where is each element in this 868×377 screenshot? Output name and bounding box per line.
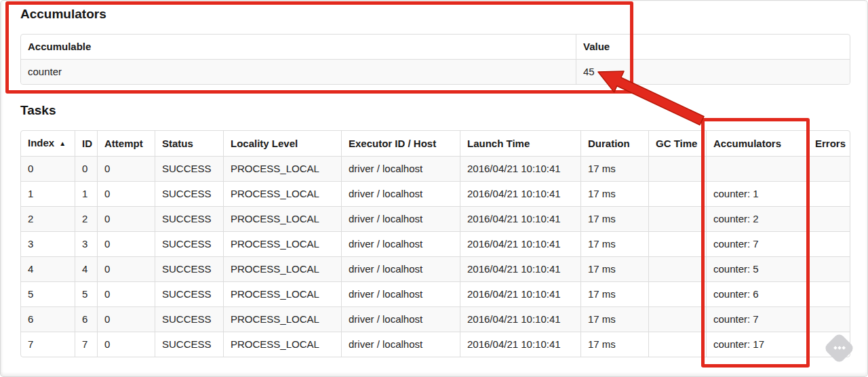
table-cell: PROCESS_LOCAL bbox=[223, 281, 341, 306]
table-cell: SUCCESS bbox=[155, 306, 223, 332]
table-cell: driver / localhost bbox=[341, 281, 460, 306]
sort-ascending-icon: ▲ bbox=[59, 140, 66, 147]
table-row: 3 3 0 SUCCESS PROCESS_LOCAL driver / loc… bbox=[21, 231, 850, 256]
table-cell: counter: 7 bbox=[706, 306, 808, 332]
table-cell bbox=[706, 156, 808, 181]
table-cell: 0 bbox=[75, 156, 97, 181]
table-cell: 0 bbox=[97, 332, 155, 357]
accumulators-section-title: Accumulators bbox=[20, 7, 849, 22]
page-content: Accumulators Accumulable Value counter 4… bbox=[20, 7, 849, 357]
table-cell: 17 ms bbox=[580, 206, 648, 231]
column-header-gc-time[interactable]: GC Time bbox=[648, 131, 706, 156]
column-header-id[interactable]: ID bbox=[75, 131, 97, 156]
table-cell: 2016/04/21 10:10:41 bbox=[460, 231, 580, 256]
table-row: 6 6 0 SUCCESS PROCESS_LOCAL driver / loc… bbox=[21, 306, 850, 332]
column-header-status[interactable]: Status bbox=[155, 131, 223, 156]
table-cell: 0 bbox=[97, 306, 155, 332]
table-cell bbox=[648, 181, 706, 206]
table-cell: 2 bbox=[75, 206, 97, 231]
table-header-row: Accumulable Value bbox=[21, 35, 850, 59]
column-header-errors[interactable]: Errors bbox=[808, 131, 850, 156]
table-cell bbox=[808, 181, 850, 206]
table-cell: 6 bbox=[75, 306, 97, 332]
table-cell: driver / localhost bbox=[341, 231, 460, 256]
table-cell: SUCCESS bbox=[155, 256, 223, 281]
table-cell: SUCCESS bbox=[155, 332, 223, 357]
tasks-section-title: Tasks bbox=[20, 103, 849, 118]
table-cell bbox=[648, 256, 706, 281]
table-cell: SUCCESS bbox=[155, 181, 223, 206]
table-cell: counter: 5 bbox=[706, 256, 808, 281]
column-header-value[interactable]: Value bbox=[576, 35, 850, 59]
accumulators-table: Accumulable Value counter 45 bbox=[20, 34, 850, 85]
table-cell: 0 bbox=[97, 256, 155, 281]
tasks-table: Index▲ ID Attempt Status Locality Level … bbox=[20, 130, 850, 357]
table-cell: 2016/04/21 10:10:41 bbox=[460, 281, 580, 306]
table-cell: driver / localhost bbox=[341, 206, 460, 231]
table-cell: 0 bbox=[97, 281, 155, 306]
table-cell: counter: 7 bbox=[706, 231, 808, 256]
table-cell: 17 ms bbox=[580, 281, 648, 306]
table-cell: SUCCESS bbox=[155, 206, 223, 231]
table-cell: PROCESS_LOCAL bbox=[223, 256, 341, 281]
table-cell: 0 bbox=[97, 156, 155, 181]
table-cell: 17 ms bbox=[580, 332, 648, 357]
column-header-locality-level[interactable]: Locality Level bbox=[223, 131, 341, 156]
table-cell: 0 bbox=[97, 206, 155, 231]
table-cell: 0 bbox=[97, 231, 155, 256]
table-cell: 1 bbox=[75, 181, 97, 206]
table-cell: 7 bbox=[75, 332, 97, 357]
table-cell bbox=[808, 281, 850, 306]
table-cell: driver / localhost bbox=[341, 256, 460, 281]
table-cell: 4 bbox=[75, 256, 97, 281]
table-cell: 2 bbox=[21, 206, 75, 231]
table-cell: 45 bbox=[576, 59, 850, 84]
table-row: counter 45 bbox=[21, 59, 850, 84]
column-header-accumulable[interactable]: Accumulable bbox=[21, 35, 576, 59]
table-row: 7 7 0 SUCCESS PROCESS_LOCAL driver / loc… bbox=[21, 332, 850, 357]
table-cell bbox=[808, 306, 850, 332]
table-cell: counter: 6 bbox=[706, 281, 808, 306]
table-cell bbox=[648, 332, 706, 357]
table-cell: 7 bbox=[21, 332, 75, 357]
table-row: 0 0 0 SUCCESS PROCESS_LOCAL driver / loc… bbox=[21, 156, 850, 181]
table-cell bbox=[808, 206, 850, 231]
column-label: Index bbox=[28, 137, 54, 148]
table-cell bbox=[648, 206, 706, 231]
table-cell: PROCESS_LOCAL bbox=[223, 156, 341, 181]
table-row: 2 2 0 SUCCESS PROCESS_LOCAL driver / loc… bbox=[21, 206, 850, 231]
table-cell: 2016/04/21 10:10:41 bbox=[460, 156, 580, 181]
table-cell: 0 bbox=[21, 156, 75, 181]
column-header-launch-time[interactable]: Launch Time bbox=[460, 131, 580, 156]
table-cell: 17 ms bbox=[580, 181, 648, 206]
table-cell: PROCESS_LOCAL bbox=[223, 181, 341, 206]
table-cell: 2016/04/21 10:10:41 bbox=[460, 181, 580, 206]
table-cell: counter: 1 bbox=[706, 181, 808, 206]
table-row: 4 4 0 SUCCESS PROCESS_LOCAL driver / loc… bbox=[21, 256, 850, 281]
column-header-executor-id-host[interactable]: Executor ID / Host bbox=[341, 131, 460, 156]
table-header-row: Index▲ ID Attempt Status Locality Level … bbox=[21, 131, 850, 156]
table-cell: 2016/04/21 10:10:41 bbox=[460, 256, 580, 281]
table-row: 1 1 0 SUCCESS PROCESS_LOCAL driver / loc… bbox=[21, 181, 850, 206]
table-cell: PROCESS_LOCAL bbox=[223, 306, 341, 332]
table-cell bbox=[808, 256, 850, 281]
column-header-duration[interactable]: Duration bbox=[580, 131, 648, 156]
table-cell: 0 bbox=[97, 181, 155, 206]
table-cell: 3 bbox=[75, 231, 97, 256]
table-cell: 5 bbox=[21, 281, 75, 306]
column-header-attempt[interactable]: Attempt bbox=[97, 131, 155, 156]
column-header-accumulators[interactable]: Accumulators bbox=[706, 131, 808, 156]
table-cell: 2016/04/21 10:10:41 bbox=[460, 332, 580, 357]
table-cell: PROCESS_LOCAL bbox=[223, 206, 341, 231]
table-cell bbox=[648, 231, 706, 256]
table-cell bbox=[648, 281, 706, 306]
table-row: 5 5 0 SUCCESS PROCESS_LOCAL driver / loc… bbox=[21, 281, 850, 306]
table-cell: SUCCESS bbox=[155, 231, 223, 256]
column-header-index[interactable]: Index▲ bbox=[21, 131, 75, 156]
table-cell: 1 bbox=[21, 181, 75, 206]
table-cell: 17 ms bbox=[580, 306, 648, 332]
table-cell: counter bbox=[21, 59, 576, 84]
table-cell: counter: 2 bbox=[706, 206, 808, 231]
table-cell: counter: 17 bbox=[706, 332, 808, 357]
table-cell: 6 bbox=[21, 306, 75, 332]
